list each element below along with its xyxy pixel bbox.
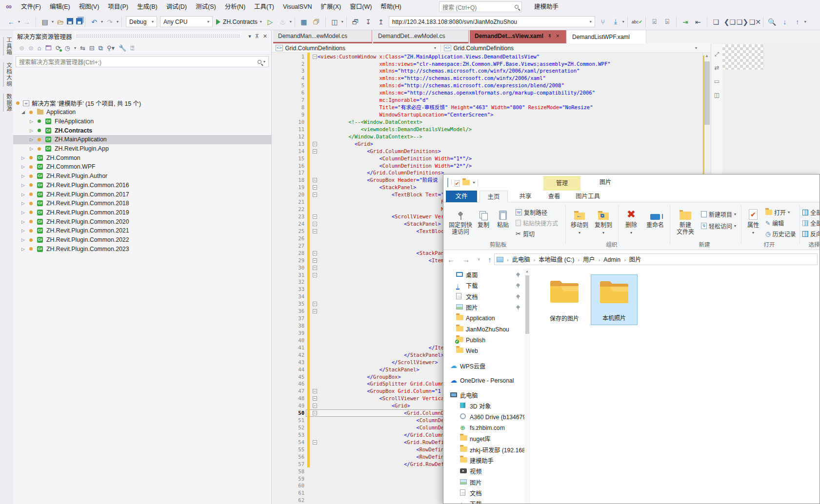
- window-position-dropdown[interactable]: ▾: [248, 33, 251, 39]
- fold-collapse-icon[interactable]: −: [313, 273, 317, 277]
- nav-item[interactable]: nuget库: [443, 433, 524, 444]
- address-segment[interactable]: 图片: [629, 256, 641, 263]
- pin-panel-button[interactable]: ⊼: [255, 33, 259, 39]
- nav-item[interactable]: A360 Drive (b134679258123): [443, 412, 524, 423]
- save-all-button[interactable]: [76, 18, 82, 26]
- fold-collapse-icon[interactable]: −: [313, 142, 317, 146]
- file-tile[interactable]: 本机照片: [591, 274, 638, 325]
- nav-scrollbar[interactable]: ▲: [524, 269, 530, 504]
- find-symbol-button[interactable]: 🔍: [767, 18, 777, 26]
- menu-item[interactable]: 项目(P): [103, 3, 133, 10]
- new-project-dropdown[interactable]: ▾: [52, 19, 54, 24]
- qat-customize-dropdown[interactable]: ▾: [473, 180, 475, 185]
- recent-locations-dropdown[interactable]: ˅: [478, 257, 480, 262]
- fold-collapse-icon[interactable]: −: [313, 266, 317, 270]
- expander-icon[interactable]: ▷: [21, 219, 25, 224]
- se-home-button[interactable]: ⌂: [38, 44, 41, 52]
- edit-button[interactable]: ✎ 编辑: [765, 219, 784, 227]
- se-preview-button[interactable]: ⍰: [130, 44, 134, 52]
- se-switch-views-button[interactable]: 🗔: [45, 44, 52, 52]
- tree-item[interactable]: ▷C#ZH.Revit.Plugin.App: [13, 144, 271, 154]
- delete-button[interactable]: ✖ 删除▾: [621, 205, 641, 236]
- expander-icon[interactable]: ▷: [30, 137, 33, 142]
- fold-collapse-icon[interactable]: −: [313, 222, 317, 226]
- horizontal-split-icon[interactable]: ▭: [711, 78, 722, 85]
- fold-collapse-icon[interactable]: −: [313, 214, 317, 219]
- clear-bookmarks-button[interactable]: ❏✕: [749, 18, 759, 26]
- fold-collapse-icon[interactable]: −: [313, 389, 317, 393]
- fold-collapse-icon[interactable]: −: [313, 178, 317, 182]
- configuration-combobox[interactable]: Debug▾: [126, 16, 157, 27]
- open-button[interactable]: 打开▾: [765, 208, 790, 216]
- fold-collapse-icon[interactable]: −: [313, 440, 317, 445]
- nav-item[interactable]: 视频: [443, 466, 524, 477]
- invert-selection-button[interactable]: 反向选择: [802, 230, 820, 238]
- tab-picture-tools[interactable]: 图片工具: [569, 191, 606, 202]
- move-to-button[interactable]: 移动到▾: [568, 205, 591, 236]
- expander-icon[interactable]: ▷: [30, 119, 33, 124]
- close-panel-button[interactable]: ✕: [263, 33, 267, 39]
- undo-dropdown[interactable]: ▾: [101, 19, 103, 24]
- fold-collapse-icon[interactable]: −: [313, 149, 317, 154]
- expander-icon[interactable]: ▷: [21, 201, 25, 206]
- copy-path-button[interactable]: W 复制路径: [516, 208, 547, 216]
- tree-item[interactable]: ▷C#ZH.Revit.Plugin.Common.2020: [13, 217, 271, 226]
- tree-item[interactable]: ▷C#ZH.Revit.Plugin.Author: [13, 172, 271, 181]
- fold-collapse-icon[interactable]: −: [313, 185, 317, 190]
- next-bookmark-button[interactable]: ❏❯: [737, 18, 746, 26]
- tree-item[interactable]: ▷C#ZH.Revit.Plugin.Common.2019: [13, 208, 271, 217]
- nav-item[interactable]: 3D 对象: [443, 401, 524, 411]
- nav-item[interactable]: ↓下载: [443, 280, 524, 291]
- se-show-all-files-button[interactable]: ⧉: [99, 44, 103, 52]
- undo-button[interactable]: ↶: [89, 18, 99, 26]
- nav-item[interactable]: 图片: [443, 477, 524, 487]
- address-segment[interactable]: 此电脑: [512, 256, 530, 263]
- redo-dropdown[interactable]: ▾: [117, 19, 119, 24]
- prev-bookmark-button[interactable]: ❮❏: [724, 18, 734, 26]
- nav-item[interactable]: 图片: [443, 302, 524, 313]
- tree-item[interactable]: ▷C#ZH.Common: [13, 153, 271, 162]
- se-filter-dropdown[interactable]: ⚲▾: [107, 44, 115, 52]
- menu-item[interactable]: 编辑(E): [45, 3, 75, 10]
- side-tab[interactable]: 文档大纲: [3, 62, 13, 87]
- solution-explorer-search-input[interactable]: 搜索解决方案资源管理器(Ctrl+;) ▾: [16, 56, 269, 67]
- expander-icon[interactable]: ▷: [21, 174, 25, 178]
- expander-icon[interactable]: ▷: [30, 146, 33, 151]
- se-back-button[interactable]: ⊚: [19, 44, 24, 52]
- select-none-button[interactable]: 全部取消选择: [802, 219, 820, 227]
- new-project-button[interactable]: ▤: [40, 18, 50, 26]
- toolbar-overflow-dropdown[interactable]: ▾: [804, 19, 806, 24]
- nav-item[interactable]: ☁WPS云盘: [443, 360, 524, 371]
- paste-button[interactable]: 粘贴: [493, 205, 513, 229]
- fold-collapse-icon[interactable]: −: [313, 404, 317, 408]
- history-button[interactable]: ◷ 历史记录: [765, 230, 796, 238]
- se-pending-dropdown[interactable]: ▾: [74, 46, 76, 50]
- tree-item[interactable]: ▷C#ZH.MainApplication: [13, 135, 271, 144]
- fold-collapse-icon[interactable]: −: [313, 302, 317, 306]
- navigate-forward-button[interactable]: →: [22, 18, 32, 26]
- open-file-button[interactable]: 🗁: [56, 18, 65, 26]
- address-segment[interactable]: 本地磁盘 (C:): [539, 256, 574, 263]
- expander-icon[interactable]: ▷: [21, 183, 25, 188]
- nav-item[interactable]: ↓下载: [443, 499, 524, 504]
- menu-item[interactable]: 测试(S): [191, 3, 220, 10]
- nav-item[interactable]: Web: [443, 346, 524, 356]
- navigate-back-dropdown[interactable]: ▾: [18, 19, 20, 24]
- address-segment[interactable]: Admin: [603, 256, 620, 263]
- se-sync-button[interactable]: ⇆: [80, 44, 85, 52]
- tree-item[interactable]: ▷C#ZH.Revit.Plugin.Common.2018: [13, 199, 271, 208]
- address-box[interactable]: ›此电脑›本地磁盘 (C:)›用户›Admin›图片: [494, 253, 818, 265]
- toggle-bookmark-button[interactable]: ❏: [711, 18, 721, 26]
- tree-item[interactable]: ▷C#ZH.Revit.Plugin.Common.2023: [13, 244, 271, 253]
- nav-item[interactable]: zhkj-研发部 (192.168.16.253): [443, 445, 524, 455]
- nav-item[interactable]: JianMoZhuShou: [443, 324, 524, 335]
- copy-to-button[interactable]: 复制到▾: [592, 205, 615, 236]
- fold-collapse-icon[interactable]: −: [313, 55, 317, 59]
- vertical-split-icon[interactable]: ◫: [711, 92, 722, 98]
- expander-icon[interactable]: ▷: [21, 228, 25, 233]
- nav-item[interactable]: ☁OneDrive - Personal: [443, 375, 524, 386]
- tree-item[interactable]: ▷C#ZH.Revit.Plugin.Common.2021: [13, 226, 271, 235]
- side-tab[interactable]: 数据源: [3, 94, 13, 112]
- expand-pane-icon[interactable]: ⤢: [711, 51, 722, 58]
- tab-home[interactable]: 主页: [480, 191, 508, 202]
